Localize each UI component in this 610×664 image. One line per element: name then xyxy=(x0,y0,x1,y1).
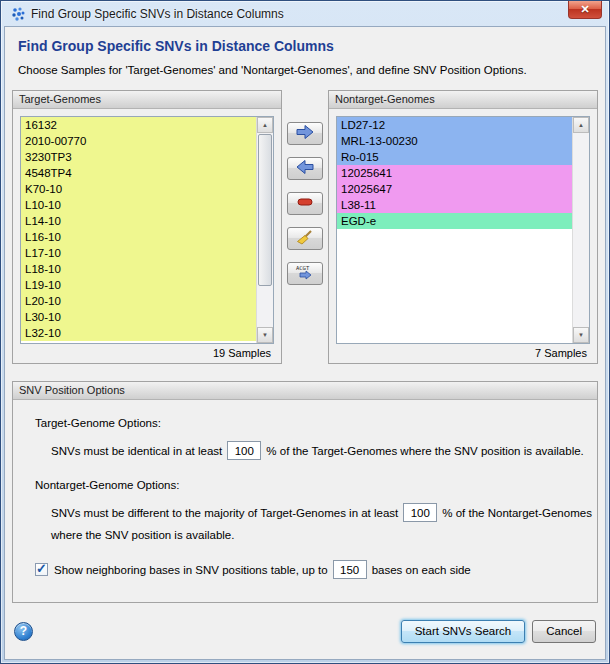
list-item[interactable]: L32-10 xyxy=(21,325,256,341)
page-title: Find Group Specific SNVs in Distance Col… xyxy=(18,38,595,54)
list-item[interactable]: L17-10 xyxy=(21,245,256,261)
page-subtitle: Choose Samples for 'Target-Genomes' and … xyxy=(18,64,595,76)
scroll-down-icon: ▼ xyxy=(262,332,268,338)
snv-position-options-panel: SNV Position Options Target-Genome Optio… xyxy=(12,381,598,603)
nontarget-different-row: SNVs must be different to the majority o… xyxy=(51,503,585,522)
scroll-down-icon: ▼ xyxy=(578,332,584,338)
list-item[interactable]: 12025641 xyxy=(337,165,572,181)
help-button[interactable]: ? xyxy=(14,622,33,641)
list-item[interactable]: 12025647 xyxy=(337,181,572,197)
target-genomes-list-frame: 161322010-007703230TP34548TP4K70-10L10-1… xyxy=(20,116,274,344)
list-item[interactable]: 16132 xyxy=(21,117,256,133)
neighbor-bases-input[interactable] xyxy=(333,560,367,579)
scroll-down-button[interactable]: ▼ xyxy=(257,327,273,343)
scroll-up-icon: ▲ xyxy=(578,122,584,128)
neighbor-bases-row: ✓ Show neighboring bases in SNV position… xyxy=(35,560,585,579)
scrollbar-thumb[interactable] xyxy=(258,134,272,286)
list-item[interactable]: EGD-e xyxy=(337,213,572,229)
target-genomes-panel-title: Target-Genomes xyxy=(13,91,281,109)
cancel-button[interactable]: Cancel xyxy=(532,620,596,643)
target-options-label: Target-Genome Options: xyxy=(35,417,585,429)
titlebar[interactable]: Find Group Specific SNVs in Distance Col… xyxy=(4,1,606,26)
nontarget-list-scrollbar[interactable]: ▲ ▼ xyxy=(572,117,589,343)
dialog-window: Find Group Specific SNVs in Distance Col… xyxy=(0,0,610,664)
start-snvs-search-button[interactable]: Start SNVs Search xyxy=(401,620,526,643)
neighbor-bases-checkbox[interactable]: ✓ xyxy=(35,563,48,576)
snv-position-options-content: Target-Genome Options: SNVs must be iden… xyxy=(13,400,597,579)
nontarget-percent-input[interactable] xyxy=(403,503,437,522)
nontarget-genomes-list[interactable]: LD27-12MRL-13-00230Ro-015120256411202564… xyxy=(337,117,572,343)
arrow-left-icon xyxy=(295,159,315,179)
window-title: Find Group Specific SNVs in Distance Col… xyxy=(31,7,284,21)
nontarget-genomes-panel-title: Nontarget-Genomes xyxy=(329,91,597,109)
close-button[interactable]: ✕ xyxy=(568,1,602,19)
target-genomes-panel: Target-Genomes 161322010-007703230TP3454… xyxy=(12,90,282,364)
target-identical-text-before: SNVs must be identical in at least xyxy=(51,445,222,457)
list-item[interactable]: L38-11 xyxy=(337,197,572,213)
target-list-scrollbar[interactable]: ▲ ▼ xyxy=(256,117,273,343)
nontarget-genomes-panel: Nontarget-Genomes LD27-12MRL-13-00230Ro-… xyxy=(328,90,598,364)
broom-icon xyxy=(296,229,314,249)
list-item[interactable]: 2010-00770 xyxy=(21,133,256,149)
snv-position-options-title: SNV Position Options xyxy=(13,382,597,400)
arrow-right-icon xyxy=(295,124,315,144)
acgt-icon: ACGT xyxy=(295,264,315,284)
sample-lists-row: Target-Genomes 161322010-007703230TP3454… xyxy=(5,90,605,364)
list-item[interactable]: Ro-015 xyxy=(337,149,572,165)
list-item[interactable]: MRL-13-00230 xyxy=(337,133,572,149)
transfer-buttons: ACGT xyxy=(282,90,328,364)
scroll-up-icon: ▲ xyxy=(262,122,268,128)
help-icon: ? xyxy=(20,624,27,638)
move-left-button[interactable] xyxy=(287,157,323,180)
sample-count-label: 7 Samples xyxy=(329,344,597,363)
target-genomes-list[interactable]: 161322010-007703230TP34548TP4K70-10L10-1… xyxy=(21,117,256,343)
list-item[interactable]: 4548TP4 xyxy=(21,165,256,181)
svg-text:ACGT: ACGT xyxy=(296,265,310,271)
sample-count-label: 19 Samples xyxy=(13,344,281,363)
list-item[interactable]: L19-10 xyxy=(21,277,256,293)
close-icon: ✕ xyxy=(580,3,589,16)
list-item[interactable]: L20-10 xyxy=(21,293,256,309)
nontarget-different-text-after: % of the Nontarget-Genomes xyxy=(442,507,592,519)
scroll-up-button[interactable]: ▲ xyxy=(573,117,589,133)
clear-button[interactable] xyxy=(287,227,323,250)
list-item[interactable]: K70-10 xyxy=(21,181,256,197)
list-item[interactable]: L14-10 xyxy=(21,213,256,229)
list-item[interactable]: L18-10 xyxy=(21,261,256,277)
remove-button[interactable] xyxy=(287,192,323,215)
dialog-body: Find Group Specific SNVs in Distance Col… xyxy=(4,26,606,660)
nontarget-different-text-before: SNVs must be different to the majority o… xyxy=(51,507,398,519)
scroll-up-button[interactable]: ▲ xyxy=(257,117,273,133)
neighbor-bases-text-after: bases on each side xyxy=(372,564,471,576)
move-right-button[interactable] xyxy=(287,122,323,145)
nontarget-options-label: Nontarget-Genome Options: xyxy=(35,479,585,491)
list-item[interactable]: L16-10 xyxy=(21,229,256,245)
dialog-header: Find Group Specific SNVs in Distance Col… xyxy=(5,27,605,76)
app-icon xyxy=(10,6,26,22)
list-item[interactable]: L10-10 xyxy=(21,197,256,213)
list-item[interactable]: L30-10 xyxy=(21,309,256,325)
list-item[interactable]: LD27-12 xyxy=(337,117,572,133)
nontarget-different-text-line2: where the SNV position is available. xyxy=(51,529,585,541)
target-identical-text-after: % of the Target-Genomes where the SNV po… xyxy=(266,445,584,457)
list-item[interactable]: 3230TP3 xyxy=(21,149,256,165)
acgt-column-button[interactable]: ACGT xyxy=(287,262,323,285)
nontarget-genomes-list-frame: LD27-12MRL-13-00230Ro-015120256411202564… xyxy=(336,116,590,344)
dialog-footer: ? Start SNVs Search Cancel xyxy=(5,603,605,659)
target-percent-input[interactable] xyxy=(227,441,261,460)
footer-buttons: Start SNVs Search Cancel xyxy=(401,620,596,643)
neighbor-bases-text-before: Show neighboring bases in SNV positions … xyxy=(54,564,328,576)
check-icon: ✓ xyxy=(36,561,47,576)
remove-icon xyxy=(296,194,314,214)
scroll-down-button[interactable]: ▼ xyxy=(573,327,589,343)
target-identical-row: SNVs must be identical in at least % of … xyxy=(51,441,585,460)
